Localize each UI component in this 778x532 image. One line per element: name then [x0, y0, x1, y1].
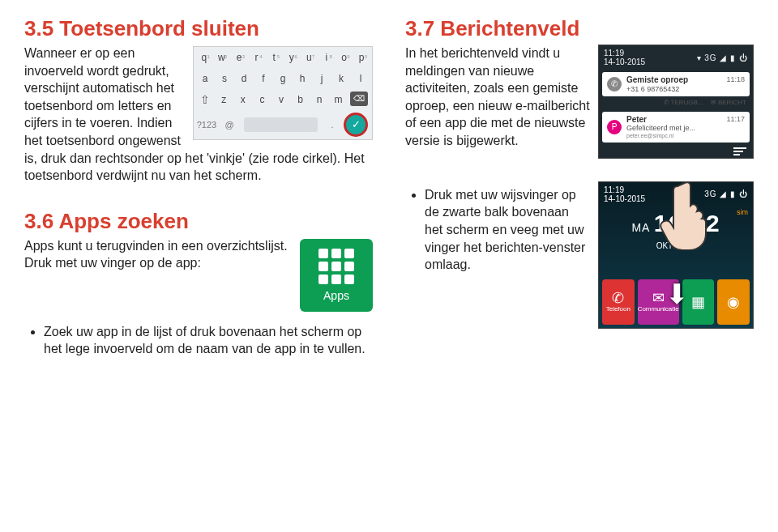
status-bar: 11:19 14-10-2015 ▾ 3G ◢ ▮ ⏻ — [599, 45, 753, 70]
status-date: 14-10-2015 — [604, 194, 645, 203]
status-date: 14-10-2015 — [604, 57, 645, 66]
card-source: peter.ee@simpc.nl — [626, 133, 745, 139]
section-3-6-body: Apps Apps kunt u terugvinden in een over… — [24, 237, 373, 318]
status-icons: ▾ 3G ◢ ▮ ⏻ — [697, 53, 748, 62]
list-item: Zoek uw app in de lijst of druk bovenaan… — [44, 323, 373, 358]
message-action: ✉ BERICHT — [711, 99, 746, 106]
clock-day: MA — [631, 221, 650, 234]
keyboard-at-label: @ — [218, 120, 241, 130]
clear-all-icon — [733, 147, 746, 155]
notification-footer — [599, 145, 753, 158]
notification-card-missed-call: ✆ Gemiste oproep +31 6 98765432 11:18 — [602, 72, 750, 96]
card-time: 11:17 — [726, 115, 745, 123]
clock-time: 16:32 — [654, 210, 720, 236]
apps-tile-label: Apps — [323, 289, 349, 302]
phone-icon: ✆ — [607, 77, 622, 92]
card-subtitle: Gefeliciteerd met je... — [626, 124, 745, 132]
left-column: 3.5 Toetsenbord sluiten q1w2e3r4t5y6u7i8… — [24, 16, 373, 516]
callback-action: ✆ TERUGB… — [664, 99, 704, 106]
card-actions: ✆ TERUGB… ✉ BERICHT — [599, 99, 753, 109]
status-time: 11:19 — [604, 49, 645, 57]
right-column: 3.7 Berichtenveld 11:19 14-10-2015 ▾ 3G … — [405, 16, 754, 516]
contact-avatar: P — [607, 120, 622, 134]
notification-panel: 11:19 14-10-2015 ▾ 3G ◢ ▮ ⏻ ✆ Gemiste op… — [598, 45, 754, 159]
list-3-6: Zoek uw app in de lijst of druk bovenaan… — [44, 323, 373, 363]
home-clock: MA 16:32 OKTOBER — [599, 210, 753, 252]
shift-icon: ⇧ — [198, 92, 212, 108]
section-pull-body: 11:19 14-10-2015 3G ◢ ▮ ⏻ sim MA 16:32 O… — [405, 181, 754, 335]
status-icons: 3G ◢ ▮ ⏻ — [704, 189, 748, 198]
section-3-7-body: 11:19 14-10-2015 ▾ 3G ◢ ▮ ⏻ ✆ Gemiste op… — [405, 45, 754, 165]
arrow-down-icon: ⬇ — [665, 278, 688, 310]
clock-month: OKTOBER — [656, 241, 696, 250]
heading-3-6: 3.6 Apps zoeken — [24, 209, 373, 234]
card-time: 11:18 — [726, 75, 745, 83]
status-time: 11:19 — [604, 185, 645, 194]
section-3-5-body: q1w2e3r4t5y6u7i8o9p0 asdfghjkl ⇧zxcvbnm⌫… — [24, 45, 373, 193]
keyboard-preview: q1w2e3r4t5y6u7i8o9p0 asdfghjkl ⇧zxcvbnm⌫… — [193, 46, 373, 140]
heading-3-5: 3.5 Toetsenbord sluiten — [24, 16, 373, 41]
notification-card-email: P Peter Gefeliciteerd met je... peter.ee… — [602, 112, 750, 143]
tile-orange: ◉ — [717, 279, 750, 325]
status-bar: 11:19 14-10-2015 3G ◢ ▮ ⏻ — [599, 182, 753, 206]
backspace-icon: ⌫ — [350, 92, 368, 106]
card-subtitle: +31 6 98765432 — [626, 85, 745, 93]
apps-tile: Apps — [300, 239, 373, 312]
keyboard-dot-label: . — [321, 120, 344, 130]
heading-3-7: 3.7 Berichtenveld — [405, 16, 754, 41]
spacebar — [244, 117, 318, 132]
tile-telefoon: ✆Telefoon — [602, 279, 635, 325]
keyboard-mode-label: ?123 — [195, 120, 218, 130]
enter-check-icon: ✓ — [344, 113, 368, 137]
apps-grid-icon — [318, 249, 354, 284]
home-screen-preview: 11:19 14-10-2015 3G ◢ ▮ ⏻ sim MA 16:32 O… — [598, 181, 754, 329]
